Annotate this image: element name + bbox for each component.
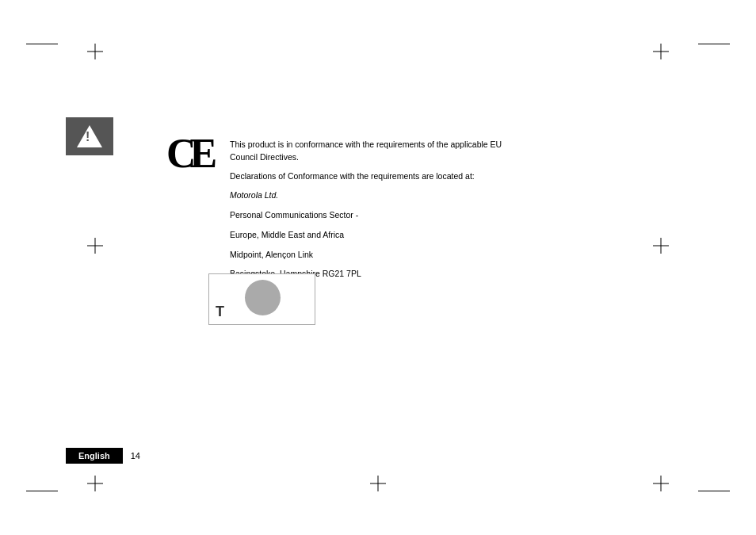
crosshair-top-left — [87, 44, 103, 59]
thumbnail-image-box: T — [208, 273, 315, 325]
paragraph-conformance: This product is in conformance with the … — [230, 139, 531, 164]
address-line3: Midpoint, Alençon Link — [230, 248, 531, 262]
footer-bar: English 14 — [66, 448, 148, 464]
footer-page-number: 14 — [123, 448, 148, 464]
crosshair-middle-right — [653, 238, 669, 254]
crosshair-bottom-right — [653, 476, 669, 491]
company-name: Motorola Ltd. — [230, 189, 531, 202]
address-line2: Europe, Middle East and Africa — [230, 228, 531, 242]
page: CE This product is in conformance with t… — [0, 0, 756, 535]
thumbnail-circle — [245, 280, 281, 315]
paragraph-declarations: Declarations of Conformance with the req… — [230, 170, 531, 183]
warning-triangle-icon — [77, 125, 102, 147]
border-line-top-right — [698, 44, 730, 44]
crosshair-top-right — [653, 44, 669, 59]
address-line1: Personal Communications Sector - — [230, 208, 531, 222]
crosshair-bottom-left — [87, 476, 103, 491]
crosshair-middle-left — [87, 238, 103, 254]
warning-box — [66, 117, 113, 155]
border-line-top-left — [26, 44, 58, 44]
border-line-bottom-right — [698, 491, 730, 491]
border-line-bottom-left — [26, 491, 58, 491]
ce-mark: CE — [166, 133, 211, 174]
crosshair-bottom-center — [370, 476, 386, 491]
thumbnail-text-icon: T — [216, 304, 224, 320]
footer-language-label: English — [66, 448, 123, 464]
